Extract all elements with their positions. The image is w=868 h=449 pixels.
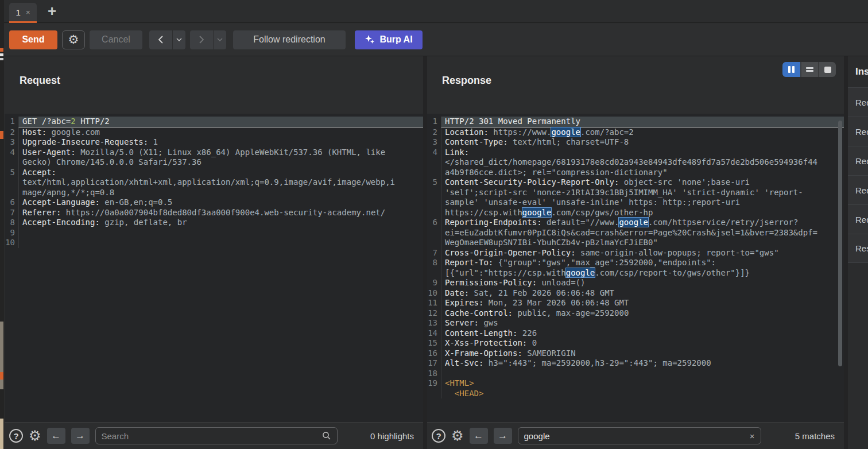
inspector-item[interactable]: Req <box>848 117 868 146</box>
inspector-header[interactable]: Ins <box>848 56 868 87</box>
line-number: 6 <box>5 198 18 208</box>
help-icon[interactable]: ? <box>432 429 445 443</box>
panel-divider[interactable] <box>423 56 427 449</box>
code-line[interactable]: 3Upgrade-Insecure-Requests: 1 <box>5 137 423 148</box>
code-line-text: Content-Security-Policy-Report-Only: obj… <box>441 177 818 218</box>
line-number: 10 <box>427 288 441 299</box>
code-line[interactable]: 15X-Xss-Protection: 0 <box>427 338 844 349</box>
next-match-button[interactable]: → <box>71 428 90 444</box>
active-tab-underline <box>9 21 37 23</box>
cancel-button[interactable]: Cancel <box>90 30 142 49</box>
code-line[interactable]: 7Cross-Origin-Opener-Policy: same-origin… <box>427 248 844 258</box>
inspector-item[interactable]: Req <box>848 175 868 204</box>
code-line[interactable]: 7Referer: https://0a0a007904bf8ded80df3a… <box>5 208 423 218</box>
back-button[interactable] <box>149 30 172 49</box>
inspector-item[interactable]: Req <box>848 204 868 234</box>
chevron-down-icon <box>217 37 223 42</box>
code-line[interactable]: 10Date: Sat, 21 Feb 2026 06:06:48 GMT <box>427 288 844 299</box>
code-line[interactable]: 12Cache-Control: public, max-age=2592000 <box>427 308 844 319</box>
response-editor[interactable]: 1HTTP/2 301 Moved Permanently2Location: … <box>427 114 844 422</box>
code-line[interactable]: 1GET /?abc=2 HTTP/2 <box>5 117 423 127</box>
code-line[interactable]: 6Accept-Language: en-GB,en;q=0.5 <box>5 198 423 208</box>
line-number: 11 <box>427 298 441 308</box>
code-line-text: X-Xss-Protection: 0 <box>441 338 818 349</box>
maximize-view-button[interactable] <box>818 62 836 77</box>
request-editor[interactable]: 1GET /?abc=2 HTTP/22Host: google.com3Upg… <box>5 114 423 422</box>
send-settings-button[interactable]: ⚙ <box>62 30 85 49</box>
line-number: 13 <box>427 318 441 328</box>
code-line-text: Reporting-Endpoints: default="//www.goog… <box>441 218 818 248</box>
search-settings-icon[interactable]: ⚙ <box>29 429 41 443</box>
code-line-text: Referer: https://0a0a007904bf8ded80df3aa… <box>18 208 396 218</box>
request-search-input[interactable] <box>102 431 317 441</box>
inspector-item[interactable]: Req <box>848 87 868 117</box>
line-number: 5 <box>5 168 18 198</box>
code-line-text: Alt-Svc: h3=":443"; ma=2592000,h3-29=":4… <box>441 358 818 369</box>
back-history-dropdown[interactable] <box>173 30 185 49</box>
search-settings-icon[interactable]: ⚙ <box>451 429 464 443</box>
line-number: 17 <box>427 358 441 369</box>
code-line[interactable]: 11Expires: Mon, 23 Mar 2026 06:06:48 GMT <box>427 298 844 308</box>
code-line[interactable]: 19<HTML> <box>427 378 844 389</box>
code-line[interactable]: 4User-Agent: Mozilla/5.0 (X11; Linux x86… <box>5 148 423 168</box>
new-tab-button[interactable]: + <box>48 2 56 20</box>
code-line[interactable]: 3Content-Type: text/html; charset=UTF-8 <box>427 137 844 148</box>
line-number: 12 <box>427 308 441 319</box>
response-search-input[interactable] <box>524 431 745 441</box>
response-search-bar: ? ⚙ ← → × 5 matches <box>427 422 844 449</box>
code-line[interactable]: 5Accept: text/html,application/xhtml+xml… <box>5 168 423 198</box>
repeater-tab-1[interactable]: 1 × <box>9 3 37 22</box>
code-line[interactable]: 16X-Frame-Options: SAMEORIGIN <box>427 349 844 359</box>
clear-search-icon[interactable]: × <box>750 431 755 441</box>
forward-button[interactable] <box>190 30 213 49</box>
code-line[interactable]: 14Content-Length: 226 <box>427 328 844 339</box>
scrollbar-thumb[interactable] <box>838 121 842 366</box>
code-line[interactable]: 8Accept-Encoding: gzip, deflate, br <box>5 218 423 228</box>
panel-divider[interactable] <box>844 56 848 449</box>
close-tab-icon[interactable]: × <box>26 8 30 17</box>
line-number: 3 <box>5 137 18 148</box>
inspector-item[interactable]: Res <box>848 234 868 263</box>
follow-redirection-button[interactable]: Follow redirection <box>233 30 346 49</box>
code-line[interactable]: 9Permissions-Policy: unload=() <box>427 278 844 288</box>
code-line[interactable]: 17Alt-Svc: h3=":443"; ma=2592000,h3-29="… <box>427 358 844 369</box>
inspector-sidebar: Ins ReqReqReqReqReqRes <box>848 56 868 449</box>
burp-repeater-window: 1 × + Send ⚙ Cancel Follow red <box>0 0 868 449</box>
code-line[interactable]: 5Content-Security-Policy-Report-Only: ob… <box>427 177 844 218</box>
inspector-item[interactable]: Req <box>848 146 868 175</box>
code-line[interactable]: 18 <box>427 369 844 379</box>
code-line-text: Report-To: {"group":"gws","max_age":2592… <box>441 258 818 278</box>
code-line[interactable]: 6Reporting-Endpoints: default="//www.goo… <box>427 218 844 248</box>
request-search-box <box>95 427 338 444</box>
previous-match-button[interactable]: ← <box>470 428 488 444</box>
next-match-button[interactable]: → <box>494 428 512 444</box>
code-line[interactable]: 8Report-To: {"group":"gws","max_age":259… <box>427 258 844 278</box>
previous-match-button[interactable]: ← <box>47 428 65 444</box>
edge-artifact <box>0 58 3 60</box>
code-line[interactable]: 2Host: google.com <box>5 127 423 138</box>
line-number: 7 <box>427 248 441 258</box>
line-number: 2 <box>5 127 18 138</box>
split-view-button[interactable] <box>800 62 818 77</box>
send-button[interactable]: Send <box>9 30 57 49</box>
forward-history-dropdown[interactable] <box>214 30 226 49</box>
code-line[interactable]: 13Server: gws <box>427 318 844 328</box>
line-number: 5 <box>427 177 441 218</box>
code-line[interactable]: 1HTTP/2 301 Moved Permanently <box>427 117 844 127</box>
line-number: 4 <box>5 148 18 168</box>
code-line-text: <HEAD> <box>441 389 818 399</box>
tab-label: 1 <box>16 7 21 17</box>
edge-artifact <box>0 48 3 52</box>
code-line-text: Accept: text/html,application/xhtml+xml,… <box>18 168 396 198</box>
burp-ai-button[interactable]: Burp AI <box>355 30 423 49</box>
line-number: 16 <box>427 349 441 359</box>
code-line[interactable]: 2Location: https://www.google.com/?abc=2 <box>427 127 844 138</box>
search-match-highlight: google <box>551 127 580 137</box>
code-line[interactable]: 10 <box>5 238 423 248</box>
pause-updates-button[interactable] <box>782 62 800 77</box>
code-line-text: Date: Sat, 21 Feb 2026 06:06:48 GMT <box>441 288 818 299</box>
code-line[interactable]: 4Link: </shared_dict/homepage/68193178e8… <box>427 148 844 178</box>
code-line[interactable]: 9 <box>5 228 423 238</box>
code-line[interactable]: <HEAD> <box>427 389 844 399</box>
help-icon[interactable]: ? <box>9 429 23 443</box>
